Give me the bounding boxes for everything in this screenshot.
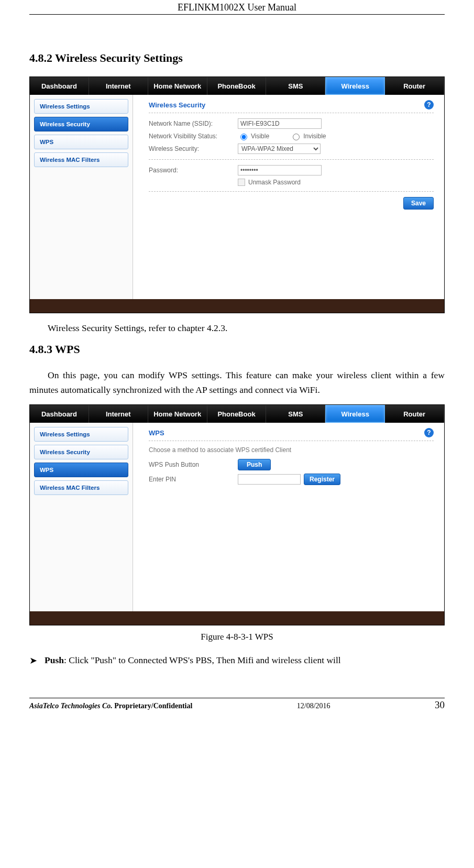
footer-classification: Proprietary/Confidential [114, 702, 192, 710]
sidebar-wireless-mac-filters[interactable]: Wireless MAC Filters [34, 152, 128, 167]
unmask-label: Unmask Password [248, 179, 301, 186]
help-icon[interactable]: ? [424, 428, 434, 437]
ssid-label: Network Name (SSID): [149, 120, 238, 127]
section-4-8-2-title: 4.8.2 Wireless Security Settings [29, 51, 445, 65]
visibility-invisible-option[interactable]: Invisible [290, 132, 326, 140]
top-nav: Dashboard Internet Home Network PhoneBoo… [30, 405, 444, 423]
nav-sms[interactable]: SMS [266, 77, 325, 95]
nav-sms[interactable]: SMS [266, 405, 325, 423]
screenshot-wireless-security: Dashboard Internet Home Network PhoneBoo… [29, 76, 445, 313]
nav-home-network[interactable]: Home Network [148, 77, 207, 95]
wps-subtitle: Choose a method to associate WPS certifi… [149, 446, 434, 454]
doc-title: User Manual [248, 2, 296, 13]
figure-caption: Figure 4-8-3-1 WPS [29, 632, 445, 642]
wps-pin-input[interactable] [238, 474, 301, 485]
sidebar-wireless-security[interactable]: Wireless Security [34, 445, 128, 459]
wps-pin-label: Enter PIN [149, 476, 238, 483]
footer-company: AsiaTelco Technologies Co. [29, 702, 113, 710]
sidebar-wireless-settings[interactable]: Wireless Settings [34, 427, 128, 442]
nav-router[interactable]: Router [385, 77, 444, 95]
sidebar-wireless-mac-filters[interactable]: Wireless MAC Filters [34, 480, 128, 495]
push-bullet-text: : Click "Push" to Connected WPS's PBS, T… [64, 655, 341, 665]
security-mode-label: Wireless Security: [149, 145, 238, 152]
wps-register-button[interactable]: Register [304, 474, 340, 485]
sidebar: Wireless Settings Wireless Security WPS … [30, 423, 133, 611]
push-bullet-line: ➤ Push: Click "Push" to Connected WPS's … [29, 655, 445, 666]
nav-wireless[interactable]: Wireless [325, 77, 385, 95]
save-button[interactable]: Save [403, 197, 434, 210]
sidebar-wps[interactable]: WPS [34, 135, 128, 149]
push-bullet-label: Push [45, 655, 64, 665]
product-code: EFLINKM1002X [178, 2, 245, 13]
visibility-label: Network Visibility Status: [149, 133, 238, 140]
top-nav: Dashboard Internet Home Network PhoneBoo… [30, 77, 444, 95]
nav-dashboard[interactable]: Dashboard [30, 77, 89, 95]
bottom-bar [30, 611, 444, 625]
wps-push-label: WPS Push Button [149, 461, 238, 468]
footer-date: 12/08/2016 [297, 702, 330, 710]
nav-home-network[interactable]: Home Network [148, 405, 207, 423]
bottom-bar [30, 299, 444, 313]
sidebar-wireless-security[interactable]: Wireless Security [34, 117, 128, 131]
nav-phonebook[interactable]: PhoneBook [207, 77, 267, 95]
page-footer: AsiaTelco Technologies Co. Proprietary/C… [29, 698, 445, 711]
sidebar: Wireless Settings Wireless Security WPS … [30, 95, 133, 299]
nav-phonebook[interactable]: PhoneBook [207, 405, 267, 423]
password-input[interactable] [238, 165, 322, 175]
footer-page-number: 30 [435, 699, 445, 711]
section-4-8-2-caption: Wireless Security Settings, refer to cha… [29, 321, 445, 335]
nav-internet[interactable]: Internet [89, 77, 148, 95]
panel-title-text: WPS [149, 429, 164, 437]
screenshot-wps: Dashboard Internet Home Network PhoneBoo… [29, 404, 445, 625]
unmask-checkbox[interactable] [238, 179, 245, 186]
sidebar-wps[interactable]: WPS [34, 463, 128, 477]
security-mode-select[interactable]: WPA-WPA2 Mixed [238, 144, 321, 154]
nav-internet[interactable]: Internet [89, 405, 148, 423]
nav-dashboard[interactable]: Dashboard [30, 405, 89, 423]
password-label: Password: [149, 167, 238, 174]
nav-router[interactable]: Router [385, 405, 444, 423]
ssid-input[interactable] [238, 118, 322, 129]
wps-push-button[interactable]: Push [238, 459, 271, 470]
sidebar-wireless-settings[interactable]: Wireless Settings [34, 99, 128, 114]
nav-wireless[interactable]: Wireless [325, 405, 385, 423]
panel-title-text: Wireless Security [149, 101, 205, 109]
section-4-8-3-paragraph: On this page, you can modify WPS setting… [29, 368, 445, 397]
content-panel: Wireless Security ? Network Name (SSID):… [133, 95, 444, 299]
visibility-visible-option[interactable]: Visible [238, 132, 269, 140]
help-icon[interactable]: ? [424, 100, 434, 109]
content-panel: WPS ? Choose a method to associate WPS c… [133, 423, 444, 611]
visible-radio[interactable] [240, 134, 247, 140]
section-4-8-3-title: 4.8.3 WPS [29, 343, 445, 356]
page-header: EFLINKM1002X User Manual [29, 0, 445, 15]
invisible-radio[interactable] [293, 134, 300, 140]
arrow-icon: ➤ [29, 655, 37, 666]
